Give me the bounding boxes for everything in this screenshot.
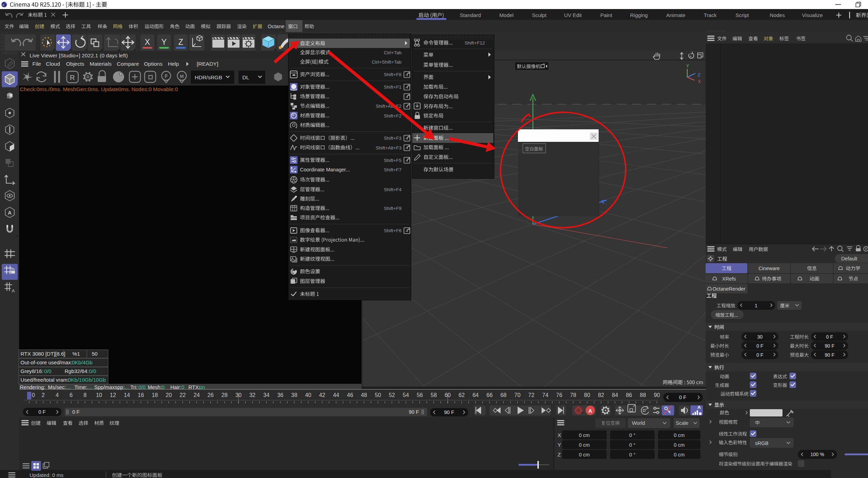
svg-text:Mesh:: Mesh: — [148, 384, 162, 390]
svg-text:M: M — [180, 74, 184, 79]
svg-text:Hair:: Hair: — [170, 384, 181, 390]
svg-text:Cineware: Cineware — [759, 266, 780, 271]
svg-text:30: 30 — [235, 392, 242, 398]
svg-text:Help: Help — [168, 61, 179, 67]
svg-text:Shift+F6: Shift+F6 — [384, 228, 401, 233]
svg-text:72: 72 — [528, 392, 535, 398]
svg-text:Rigging: Rigging — [630, 12, 648, 18]
svg-text:18: 18 — [152, 392, 158, 398]
svg-text:36: 36 — [277, 392, 283, 398]
svg-text:20: 20 — [166, 392, 172, 398]
svg-text:24: 24 — [194, 392, 200, 398]
svg-text:Shift+Alt+F3: Shift+Alt+F3 — [376, 145, 401, 151]
svg-text:82: 82 — [598, 392, 604, 398]
svg-text:Rendering:: Rendering: — [20, 384, 45, 390]
svg-text:OctaneRender: OctaneRender — [713, 286, 745, 292]
svg-text:sRGB: sRGB — [755, 440, 769, 446]
svg-text:60: 60 — [445, 392, 451, 398]
svg-text:12: 12 — [110, 392, 116, 398]
svg-text:76: 76 — [556, 392, 562, 398]
svg-text:Out-of-core used/max:: Out-of-core used/max: — [21, 359, 72, 365]
svg-text:14: 14 — [124, 392, 130, 398]
svg-text:38: 38 — [291, 392, 298, 398]
svg-text:2: 2 — [42, 392, 45, 398]
svg-text:58: 58 — [431, 392, 437, 398]
svg-text:Ms/sec:: Ms/sec: — [48, 384, 66, 390]
svg-text:Track: Track — [704, 12, 717, 18]
svg-text:Y: Y — [558, 442, 561, 448]
svg-text:28: 28 — [221, 392, 228, 398]
svg-text:42: 42 — [319, 392, 325, 398]
svg-text:0 F: 0 F — [756, 343, 763, 349]
svg-text:Shift+F3: Shift+F3 — [384, 136, 401, 141]
svg-text:0 F: 0 F — [679, 395, 687, 400]
svg-text:Shift+F1: Shift+F1 — [384, 84, 401, 90]
svg-text:44: 44 — [333, 392, 339, 398]
svg-text:Ctrl+Shift+Tab: Ctrl+Shift+Tab — [372, 59, 401, 65]
svg-text:Script: Script — [736, 12, 749, 18]
svg-text:Shift+F5: Shift+F5 — [384, 158, 401, 163]
svg-text:88: 88 — [640, 392, 646, 398]
svg-text:Paint: Paint — [600, 12, 613, 18]
svg-text:0/0: 0/0 — [89, 368, 96, 374]
svg-text:%1: %1 — [72, 351, 80, 357]
svg-text:52: 52 — [389, 392, 395, 398]
svg-text:A: A — [589, 408, 592, 414]
svg-text:48: 48 — [361, 392, 367, 398]
svg-text:0/0: 0/0 — [138, 384, 146, 390]
svg-text:50: 50 — [92, 351, 98, 357]
svg-text:Scale: Scale — [676, 420, 688, 426]
svg-text:68: 68 — [500, 392, 506, 398]
svg-text:Coordinate Manager...: Coordinate Manager... — [300, 167, 350, 172]
svg-text:0 °: 0 ° — [629, 452, 635, 457]
svg-text:RTX 3080 [DT][8.6]: RTX 3080 [DT][8.6] — [21, 351, 65, 357]
svg-text:78: 78 — [570, 392, 576, 398]
svg-text:Rgb32/64:: Rgb32/64: — [65, 368, 89, 374]
svg-text:Updated: 0 ms: Updated: 0 ms — [30, 472, 64, 478]
svg-text:UV Edit: UV Edit — [564, 12, 582, 18]
svg-text:Used/free/total vram:: Used/free/total vram: — [21, 377, 69, 383]
svg-text:0 F: 0 F — [756, 352, 763, 358]
svg-text:22: 22 — [180, 392, 186, 398]
svg-text:Check:0ms./0ms. MeshGen:0ms. U: Check:0ms./0ms. MeshGen:0ms. Update0ms. … — [20, 86, 178, 92]
svg-text:26: 26 — [208, 392, 214, 398]
svg-text:30: 30 — [757, 334, 763, 340]
svg-text:Tri:: Tri: — [130, 384, 138, 390]
svg-text:86: 86 — [626, 392, 632, 398]
svg-text:Shift+F7: Shift+F7 — [384, 167, 401, 172]
svg-text:Cloud: Cloud — [46, 61, 60, 67]
svg-text:0Kb/10Gb/10Gb: 0Kb/10Gb/10Gb — [68, 377, 106, 383]
svg-text:0 cm: 0 cm — [674, 442, 684, 448]
svg-text:40: 40 — [305, 392, 311, 398]
svg-text:0: 0 — [181, 384, 184, 390]
svg-text:0Kb/4Gb: 0Kb/4Gb — [72, 359, 92, 365]
svg-text:0 cm: 0 cm — [674, 432, 684, 438]
svg-text:Nodes: Nodes — [770, 12, 785, 18]
svg-text:on: on — [199, 384, 205, 390]
svg-text:Grey8/16:: Grey8/16: — [21, 368, 43, 374]
svg-text:34: 34 — [263, 392, 269, 398]
svg-text:90 F: 90 F — [825, 343, 834, 349]
svg-text:90 F: 90 F — [409, 409, 419, 415]
svg-text:Octane: Octane — [268, 23, 284, 29]
svg-text:Time:: Time: — [74, 384, 87, 390]
svg-text:Compare: Compare — [117, 61, 139, 67]
svg-text:80: 80 — [584, 392, 590, 398]
svg-text:XRefs: XRefs — [722, 276, 736, 282]
svg-text:90 F: 90 F — [825, 352, 834, 358]
svg-text:66: 66 — [486, 392, 493, 398]
svg-text:10: 10 — [96, 392, 102, 398]
svg-text:File: File — [32, 61, 41, 67]
svg-text:16: 16 — [138, 392, 144, 398]
svg-text:....: .... — [87, 384, 93, 390]
svg-text:Spp/maxspp:: Spp/maxspp: — [94, 384, 125, 390]
svg-text:0 F: 0 F — [72, 409, 80, 415]
svg-text:84: 84 — [612, 392, 618, 398]
svg-text:Shift+F8: Shift+F8 — [384, 72, 401, 77]
svg-text:62: 62 — [459, 392, 465, 398]
svg-text:Standard: Standard — [460, 12, 481, 18]
svg-text:Visualize: Visualize — [802, 12, 823, 18]
svg-text:0: 0 — [32, 392, 35, 398]
svg-text:[READY]: [READY] — [197, 61, 218, 67]
svg-text:Objects: Objects — [66, 61, 84, 67]
